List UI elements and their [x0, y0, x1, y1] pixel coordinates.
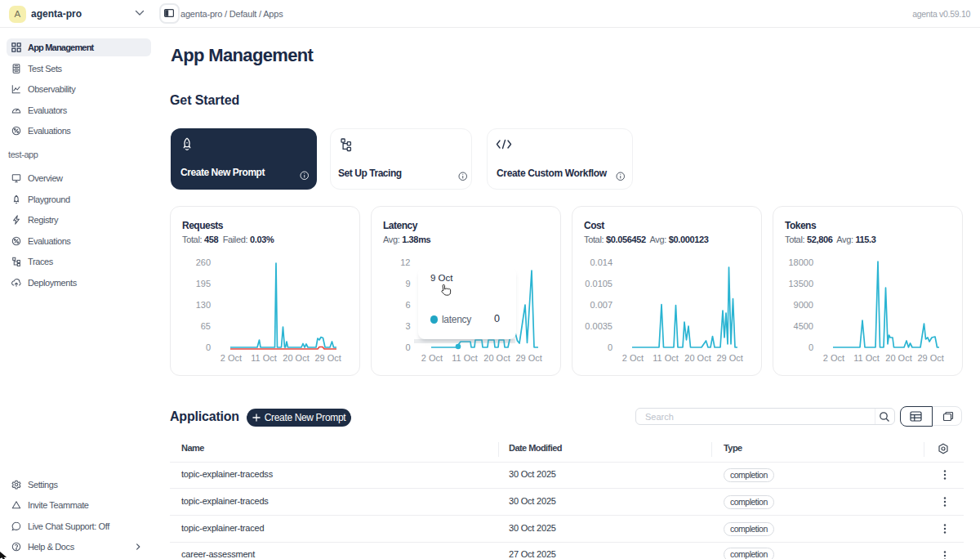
svg-text:29 Oct: 29 Oct — [515, 353, 541, 363]
svg-text:12: 12 — [400, 257, 410, 267]
svg-text:20 Oct: 20 Oct — [684, 353, 710, 363]
svg-text:0: 0 — [206, 342, 211, 352]
svg-text:0: 0 — [808, 342, 813, 352]
svg-text:6: 6 — [405, 300, 410, 310]
svg-text:2 Oct: 2 Oct — [622, 353, 644, 363]
svg-text:3: 3 — [405, 321, 410, 331]
svg-text:0: 0 — [608, 342, 612, 352]
svg-text:4500: 4500 — [794, 321, 813, 331]
svg-text:11 Oct: 11 Oct — [853, 353, 880, 363]
svg-text:2 Oct: 2 Oct — [220, 353, 242, 363]
svg-text:20 Oct: 20 Oct — [283, 353, 309, 363]
svg-text:13500: 13500 — [788, 279, 813, 288]
svg-text:20 Oct: 20 Oct — [483, 353, 510, 363]
svg-text:29 Oct: 29 Oct — [314, 353, 341, 363]
svg-text:0: 0 — [405, 342, 410, 352]
svg-text:29 Oct: 29 Oct — [716, 353, 742, 363]
svg-text:0.007: 0.007 — [590, 300, 612, 310]
svg-text:2 Oct: 2 Oct — [823, 353, 844, 363]
svg-text:11 Oct: 11 Oct — [452, 353, 478, 363]
svg-text:260: 260 — [196, 257, 211, 267]
svg-text:20 Oct: 20 Oct — [885, 353, 911, 363]
svg-text:0.0105: 0.0105 — [585, 279, 612, 288]
svg-text:18000: 18000 — [788, 257, 813, 267]
svg-text:9000: 9000 — [794, 300, 813, 310]
svg-text:0.0035: 0.0035 — [585, 321, 612, 331]
svg-text:29 Oct: 29 Oct — [917, 353, 943, 363]
svg-text:9: 9 — [405, 279, 410, 288]
svg-text:130: 130 — [196, 300, 211, 310]
svg-text:195: 195 — [196, 279, 211, 288]
svg-text:65: 65 — [201, 321, 211, 331]
svg-text:11 Oct: 11 Oct — [251, 353, 277, 363]
svg-text:2 Oct: 2 Oct — [421, 353, 443, 363]
svg-text:0.014: 0.014 — [590, 257, 612, 267]
svg-text:11 Oct: 11 Oct — [653, 353, 679, 363]
